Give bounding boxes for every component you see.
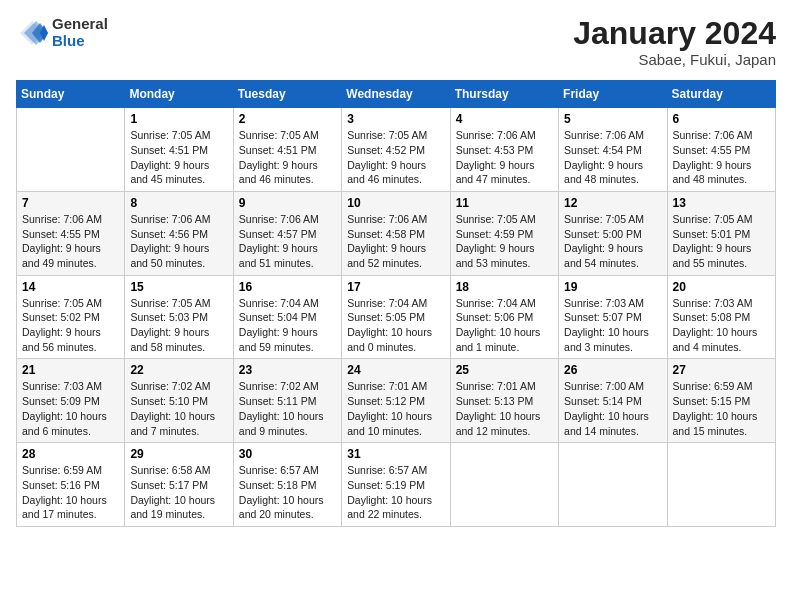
calendar-cell: 18Sunrise: 7:04 AMSunset: 5:06 PMDayligh… <box>450 275 558 359</box>
calendar-week-row: 21Sunrise: 7:03 AMSunset: 5:09 PMDayligh… <box>17 359 776 443</box>
calendar-week-row: 14Sunrise: 7:05 AMSunset: 5:02 PMDayligh… <box>17 275 776 359</box>
calendar-cell: 16Sunrise: 7:04 AMSunset: 5:04 PMDayligh… <box>233 275 341 359</box>
day-info: Sunrise: 7:06 AMSunset: 4:56 PMDaylight:… <box>130 212 227 271</box>
calendar-cell: 14Sunrise: 7:05 AMSunset: 5:02 PMDayligh… <box>17 275 125 359</box>
day-number: 9 <box>239 196 336 210</box>
calendar-cell: 27Sunrise: 6:59 AMSunset: 5:15 PMDayligh… <box>667 359 775 443</box>
day-number: 25 <box>456 363 553 377</box>
calendar-cell: 17Sunrise: 7:04 AMSunset: 5:05 PMDayligh… <box>342 275 450 359</box>
day-number: 22 <box>130 363 227 377</box>
day-info: Sunrise: 6:59 AMSunset: 5:16 PMDaylight:… <box>22 463 119 522</box>
day-number: 23 <box>239 363 336 377</box>
calendar-cell: 6Sunrise: 7:06 AMSunset: 4:55 PMDaylight… <box>667 108 775 192</box>
calendar-week-row: 28Sunrise: 6:59 AMSunset: 5:16 PMDayligh… <box>17 443 776 527</box>
calendar-week-row: 7Sunrise: 7:06 AMSunset: 4:55 PMDaylight… <box>17 191 776 275</box>
day-info: Sunrise: 7:05 AMSunset: 5:03 PMDaylight:… <box>130 296 227 355</box>
calendar-cell: 29Sunrise: 6:58 AMSunset: 5:17 PMDayligh… <box>125 443 233 527</box>
calendar-cell: 28Sunrise: 6:59 AMSunset: 5:16 PMDayligh… <box>17 443 125 527</box>
day-info: Sunrise: 7:05 AMSunset: 5:00 PMDaylight:… <box>564 212 661 271</box>
day-info: Sunrise: 7:05 AMSunset: 5:01 PMDaylight:… <box>673 212 770 271</box>
calendar-cell: 7Sunrise: 7:06 AMSunset: 4:55 PMDaylight… <box>17 191 125 275</box>
calendar-cell: 11Sunrise: 7:05 AMSunset: 4:59 PMDayligh… <box>450 191 558 275</box>
calendar-cell: 24Sunrise: 7:01 AMSunset: 5:12 PMDayligh… <box>342 359 450 443</box>
calendar-cell <box>559 443 667 527</box>
calendar-cell: 2Sunrise: 7:05 AMSunset: 4:51 PMDaylight… <box>233 108 341 192</box>
day-info: Sunrise: 6:58 AMSunset: 5:17 PMDaylight:… <box>130 463 227 522</box>
day-number: 12 <box>564 196 661 210</box>
day-info: Sunrise: 7:03 AMSunset: 5:09 PMDaylight:… <box>22 379 119 438</box>
day-number: 20 <box>673 280 770 294</box>
day-number: 19 <box>564 280 661 294</box>
day-info: Sunrise: 6:57 AMSunset: 5:18 PMDaylight:… <box>239 463 336 522</box>
day-info: Sunrise: 7:03 AMSunset: 5:07 PMDaylight:… <box>564 296 661 355</box>
day-number: 30 <box>239 447 336 461</box>
day-number: 10 <box>347 196 444 210</box>
calendar-cell: 26Sunrise: 7:00 AMSunset: 5:14 PMDayligh… <box>559 359 667 443</box>
day-info: Sunrise: 7:04 AMSunset: 5:06 PMDaylight:… <box>456 296 553 355</box>
calendar-cell: 1Sunrise: 7:05 AMSunset: 4:51 PMDaylight… <box>125 108 233 192</box>
day-number: 8 <box>130 196 227 210</box>
day-info: Sunrise: 7:06 AMSunset: 4:55 PMDaylight:… <box>673 128 770 187</box>
calendar-cell <box>17 108 125 192</box>
day-number: 2 <box>239 112 336 126</box>
day-info: Sunrise: 7:03 AMSunset: 5:08 PMDaylight:… <box>673 296 770 355</box>
day-info: Sunrise: 7:05 AMSunset: 5:02 PMDaylight:… <box>22 296 119 355</box>
day-number: 15 <box>130 280 227 294</box>
calendar-week-row: 1Sunrise: 7:05 AMSunset: 4:51 PMDaylight… <box>17 108 776 192</box>
day-number: 31 <box>347 447 444 461</box>
calendar-title: January 2024 <box>573 16 776 51</box>
day-info: Sunrise: 7:04 AMSunset: 5:04 PMDaylight:… <box>239 296 336 355</box>
day-info: Sunrise: 7:06 AMSunset: 4:58 PMDaylight:… <box>347 212 444 271</box>
day-info: Sunrise: 7:06 AMSunset: 4:53 PMDaylight:… <box>456 128 553 187</box>
day-info: Sunrise: 7:02 AMSunset: 5:10 PMDaylight:… <box>130 379 227 438</box>
calendar-cell: 31Sunrise: 6:57 AMSunset: 5:19 PMDayligh… <box>342 443 450 527</box>
day-number: 27 <box>673 363 770 377</box>
day-info: Sunrise: 7:06 AMSunset: 4:57 PMDaylight:… <box>239 212 336 271</box>
col-wednesday: Wednesday <box>342 81 450 108</box>
day-info: Sunrise: 7:05 AMSunset: 4:59 PMDaylight:… <box>456 212 553 271</box>
day-number: 1 <box>130 112 227 126</box>
day-number: 21 <box>22 363 119 377</box>
day-info: Sunrise: 7:06 AMSunset: 4:54 PMDaylight:… <box>564 128 661 187</box>
calendar-cell: 15Sunrise: 7:05 AMSunset: 5:03 PMDayligh… <box>125 275 233 359</box>
logo-general-text: General <box>52 16 108 33</box>
logo-icon <box>16 19 48 47</box>
calendar-cell: 13Sunrise: 7:05 AMSunset: 5:01 PMDayligh… <box>667 191 775 275</box>
calendar-cell: 19Sunrise: 7:03 AMSunset: 5:07 PMDayligh… <box>559 275 667 359</box>
calendar-cell: 10Sunrise: 7:06 AMSunset: 4:58 PMDayligh… <box>342 191 450 275</box>
day-number: 28 <box>22 447 119 461</box>
col-sunday: Sunday <box>17 81 125 108</box>
day-number: 4 <box>456 112 553 126</box>
calendar-cell: 5Sunrise: 7:06 AMSunset: 4:54 PMDaylight… <box>559 108 667 192</box>
logo-text: General Blue <box>52 16 108 49</box>
day-info: Sunrise: 7:05 AMSunset: 4:52 PMDaylight:… <box>347 128 444 187</box>
day-number: 16 <box>239 280 336 294</box>
logo-blue-text: Blue <box>52 33 108 50</box>
col-friday: Friday <box>559 81 667 108</box>
day-info: Sunrise: 6:59 AMSunset: 5:15 PMDaylight:… <box>673 379 770 438</box>
col-tuesday: Tuesday <box>233 81 341 108</box>
calendar-cell: 8Sunrise: 7:06 AMSunset: 4:56 PMDaylight… <box>125 191 233 275</box>
day-number: 17 <box>347 280 444 294</box>
calendar-cell <box>667 443 775 527</box>
day-info: Sunrise: 7:06 AMSunset: 4:55 PMDaylight:… <box>22 212 119 271</box>
calendar-cell: 4Sunrise: 7:06 AMSunset: 4:53 PMDaylight… <box>450 108 558 192</box>
day-number: 11 <box>456 196 553 210</box>
day-info: Sunrise: 7:05 AMSunset: 4:51 PMDaylight:… <box>130 128 227 187</box>
calendar-body: 1Sunrise: 7:05 AMSunset: 4:51 PMDaylight… <box>17 108 776 527</box>
day-number: 26 <box>564 363 661 377</box>
day-info: Sunrise: 7:01 AMSunset: 5:13 PMDaylight:… <box>456 379 553 438</box>
day-info: Sunrise: 7:01 AMSunset: 5:12 PMDaylight:… <box>347 379 444 438</box>
col-monday: Monday <box>125 81 233 108</box>
calendar-subtitle: Sabae, Fukui, Japan <box>573 51 776 68</box>
calendar-cell: 21Sunrise: 7:03 AMSunset: 5:09 PMDayligh… <box>17 359 125 443</box>
calendar-header: Sunday Monday Tuesday Wednesday Thursday… <box>17 81 776 108</box>
calendar-cell <box>450 443 558 527</box>
calendar-cell: 30Sunrise: 6:57 AMSunset: 5:18 PMDayligh… <box>233 443 341 527</box>
day-number: 7 <box>22 196 119 210</box>
day-number: 24 <box>347 363 444 377</box>
day-number: 14 <box>22 280 119 294</box>
col-thursday: Thursday <box>450 81 558 108</box>
day-info: Sunrise: 7:05 AMSunset: 4:51 PMDaylight:… <box>239 128 336 187</box>
day-number: 3 <box>347 112 444 126</box>
